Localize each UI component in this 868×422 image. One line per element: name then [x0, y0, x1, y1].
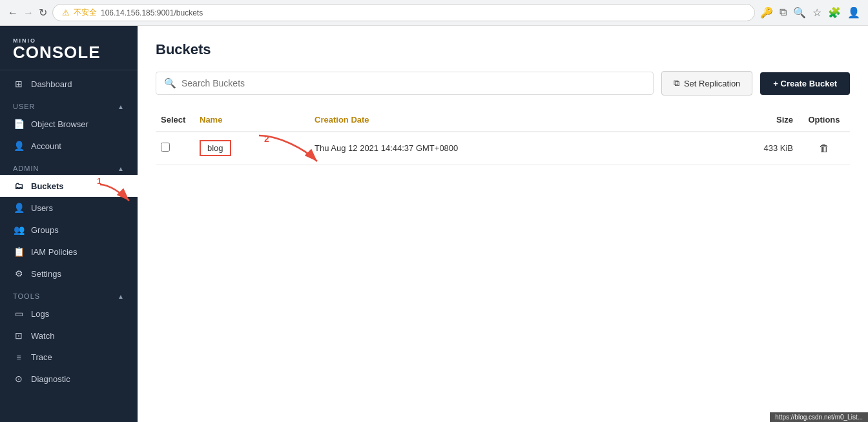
sidebar-item-trace[interactable]: ≡ Trace: [0, 347, 138, 368]
delete-button[interactable]: 🗑: [819, 143, 829, 154]
users-label: Users: [31, 203, 53, 213]
iam-icon: 📋: [13, 246, 25, 257]
section-admin-chevron: ▲: [118, 165, 125, 172]
sidebar-item-account[interactable]: 👤 Account: [0, 135, 138, 157]
logo-main: CONSOLE: [13, 44, 125, 61]
replication-icon: ⧉: [674, 78, 679, 88]
bucket-table: Select Name Creation Date Size Options: [156, 108, 850, 165]
page-title: Buckets: [156, 41, 850, 58]
diagnostic-label: Diagnostic: [31, 374, 70, 384]
sidebar-item-watch[interactable]: ⊡ Watch: [0, 325, 138, 347]
account-label: Account: [31, 141, 61, 151]
row-checkbox[interactable]: [161, 143, 170, 152]
search-icon: 🔍: [164, 77, 176, 89]
sidebar-item-dashboard[interactable]: ⊞ Dashboard: [0, 73, 138, 95]
sidebar-item-users[interactable]: 👤 Users: [0, 197, 138, 219]
account-icon: 👤: [13, 141, 25, 151]
section-tools: TOOLS ▲: [0, 285, 138, 303]
sidebar: MINIO CONSOLE ⊞ Dashboard USER ▲ 📄 Objec…: [0, 26, 138, 422]
groups-label: Groups: [31, 225, 59, 235]
logs-label: Logs: [31, 309, 49, 319]
groups-icon: 👥: [13, 225, 25, 235]
object-browser-icon: 📄: [13, 119, 25, 129]
sidebar-item-logs[interactable]: ▭ Logs: [0, 303, 138, 325]
forward-button[interactable]: →: [23, 7, 34, 19]
sidebar-item-diagnostic[interactable]: ⊙ Diagnostic: [0, 368, 138, 390]
url-hint: https://blog.csdn.net/m0_List...: [770, 412, 868, 422]
header-size: Size: [734, 108, 798, 132]
bucket-table-container: Select Name Creation Date Size Options: [156, 108, 850, 165]
object-browser-label: Object Browser: [31, 119, 88, 129]
replication-label: Set Replication: [684, 79, 740, 88]
diagnostic-icon: ⊙: [13, 374, 25, 384]
trace-label: Trace: [31, 352, 52, 362]
sidebar-item-object-browser[interactable]: 📄 Object Browser: [0, 113, 138, 135]
sidebar-item-iam-policies[interactable]: 📋 IAM Policies: [0, 241, 138, 263]
page-content: Buckets 🔍 ⧉ Set Replication + Create Buc…: [138, 26, 868, 422]
row-size-cell: 433 KiB: [734, 132, 798, 165]
dashboard-icon: ⊞: [13, 79, 25, 89]
trace-icon: ≡: [13, 353, 25, 362]
header-date: Creation Date: [309, 108, 734, 132]
watch-icon: ⊡: [13, 330, 25, 341]
section-admin: ADMIN ▲: [0, 157, 138, 175]
create-bucket-label: + Create Bucket: [773, 79, 837, 88]
buckets-icon: 🗂: [13, 181, 25, 191]
header-select: Select: [156, 108, 194, 132]
section-user-label: USER: [13, 103, 36, 110]
puzzle-icon: 🧩: [828, 6, 841, 19]
svg-text:1: 1: [97, 176, 101, 186]
warning-text: 不安全: [74, 7, 97, 18]
row-options-cell: 🗑: [798, 132, 850, 165]
section-user-chevron: ▲: [118, 103, 125, 110]
key-icon: 🔑: [760, 6, 773, 19]
logs-icon: ▭: [13, 308, 25, 319]
svg-text:2: 2: [264, 134, 269, 144]
section-user: USER ▲: [0, 95, 138, 113]
toolbar: 🔍 ⧉ Set Replication + Create Bucket: [156, 71, 850, 95]
search-box[interactable]: 🔍: [156, 72, 654, 95]
back-button[interactable]: ←: [8, 7, 18, 19]
reload-button[interactable]: ↻: [39, 6, 47, 19]
section-admin-label: ADMIN: [13, 165, 39, 172]
section-tools-label: TOOLS: [13, 292, 40, 300]
main-content: Buckets 🔍 ⧉ Set Replication + Create Buc…: [138, 26, 868, 422]
dashboard-label: Dashboard: [31, 79, 72, 89]
url-text: 106.14.156.185:9001/buckets: [101, 8, 203, 17]
header-name: Name: [194, 108, 309, 132]
table-row: blog 2: [156, 132, 850, 165]
profile-icon: 👤: [847, 6, 860, 19]
section-tools-chevron: ▲: [118, 293, 125, 300]
sidebar-logo: MINIO CONSOLE: [0, 26, 138, 70]
row-select-cell: [156, 132, 194, 165]
sidebar-item-groups[interactable]: 👥 Groups: [0, 219, 138, 241]
search-input[interactable]: [181, 78, 645, 88]
star-icon: ☆: [812, 6, 822, 19]
extensions-icon: ⧉: [780, 6, 787, 19]
settings-icon: ⚙: [13, 268, 25, 279]
row-name-cell: blog 2: [194, 132, 309, 165]
sidebar-item-settings[interactable]: ⚙ Settings: [0, 263, 138, 285]
row-date-cell: Thu Aug 12 2021 14:44:37 GMT+0800: [309, 132, 734, 165]
users-icon: 👤: [13, 203, 25, 213]
address-bar[interactable]: ⚠ 不安全 106.14.156.185:9001/buckets: [52, 4, 755, 21]
create-bucket-button[interactable]: + Create Bucket: [760, 72, 850, 95]
watch-label: Watch: [31, 331, 54, 341]
browser-actions: 🔑 ⧉ 🔍 ☆ 🧩 👤: [760, 6, 860, 19]
sidebar-item-buckets[interactable]: 🗂 Buckets 1: [0, 175, 138, 197]
warning-icon: ⚠: [62, 8, 70, 17]
iam-label: IAM Policies: [31, 247, 78, 257]
bucket-name-box[interactable]: blog: [200, 140, 231, 156]
header-options: Options: [798, 108, 850, 132]
settings-label: Settings: [31, 269, 61, 279]
zoom-icon: 🔍: [793, 6, 806, 19]
set-replication-button[interactable]: ⧉ Set Replication: [661, 71, 752, 95]
buckets-label: Buckets: [31, 181, 64, 191]
